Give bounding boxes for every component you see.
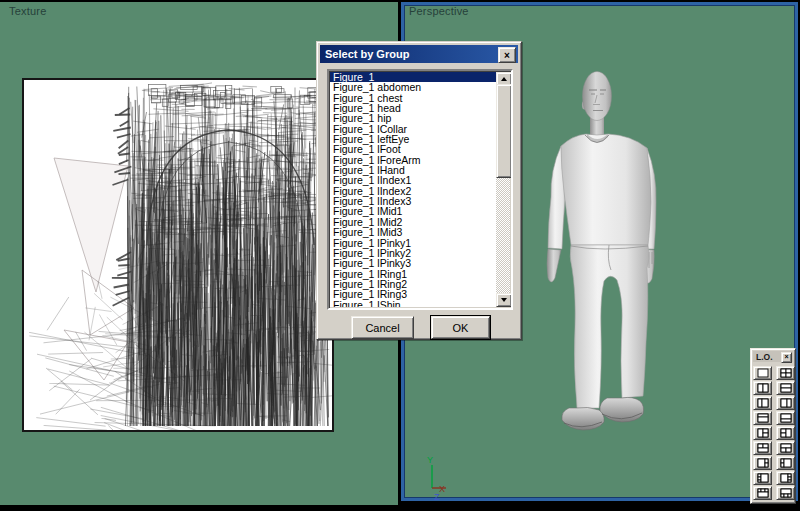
layout-top-row-bottom-cols[interactable] <box>776 441 795 455</box>
layout-palette: L.O. × <box>750 348 796 504</box>
layout-right-strip-cells[interactable] <box>776 471 795 485</box>
layout-left-col-right-split[interactable] <box>753 426 772 440</box>
layout-right-col-left-split[interactable] <box>776 426 795 440</box>
layout-grid <box>751 363 795 498</box>
layout-left-strip-cells[interactable] <box>753 471 772 485</box>
layout-top-strip-cells[interactable] <box>753 486 772 500</box>
layout-cols-narrow-right[interactable] <box>776 396 795 410</box>
layout-left-col-right-split-icon <box>757 428 769 438</box>
human-figure-3d[interactable] <box>547 72 656 431</box>
layout-big-left-right-split-icon <box>757 458 769 468</box>
close-icon[interactable]: × <box>781 352 792 363</box>
scrollbar-thumb[interactable] <box>496 84 512 178</box>
list-item[interactable]: Figure_1 lPinky3 <box>330 258 496 268</box>
layout-quad[interactable] <box>776 366 795 380</box>
ok-button[interactable]: OK <box>431 316 490 339</box>
layout-rows-narrow-bottom[interactable] <box>776 411 795 425</box>
uv-map-canvas[interactable] <box>22 78 334 432</box>
layout-cols-narrow-right-icon <box>780 398 792 408</box>
layout-two-rows[interactable] <box>776 381 795 395</box>
layout-two-rows-icon <box>780 383 792 393</box>
axis-y-label: Y <box>427 455 433 465</box>
layout-top-cols-bottom-row[interactable] <box>753 441 772 455</box>
list-item[interactable]: Figure_1 lRing3 <box>330 289 496 299</box>
layout-big-left-right-split[interactable] <box>753 456 772 470</box>
layout-big-right-left-split[interactable] <box>776 456 795 470</box>
layout-single[interactable] <box>753 366 772 380</box>
layout-bottom-strip-cells[interactable] <box>776 486 795 500</box>
layout-top-row-bottom-cols-icon <box>780 443 792 453</box>
layout-right-col-left-split-icon <box>780 428 792 438</box>
dialog-title: Select by Group <box>325 48 409 60</box>
texture-viewport-label: Texture <box>9 5 46 17</box>
layout-big-right-left-split-icon <box>780 458 792 468</box>
app-window: Texture Perspective <box>0 0 800 511</box>
axis-x-label: X <box>439 484 445 494</box>
layout-left-strip-cells-icon <box>757 473 769 483</box>
layout-two-cols-icon <box>757 383 769 393</box>
layout-cols-narrow-left[interactable] <box>753 396 772 410</box>
layout-bottom-strip-cells-icon <box>780 488 792 498</box>
select-by-group-dialog: Select by Group × Figure_1Figure_1 abdom… <box>316 41 522 340</box>
layout-rows-narrow-top-icon <box>757 413 769 423</box>
dialog-titlebar[interactable]: Select by Group × <box>320 45 518 63</box>
layout-quad-icon <box>780 368 792 378</box>
layout-rows-narrow-top[interactable] <box>753 411 772 425</box>
group-listbox: Figure_1Figure_1 abdomenFigure_1 chestFi… <box>327 69 513 310</box>
layout-cols-narrow-left-icon <box>757 398 769 408</box>
group-list: Figure_1Figure_1 abdomenFigure_1 chestFi… <box>330 72 496 307</box>
palette-titlebar[interactable]: L.O. × <box>753 351 793 362</box>
scroll-down-icon[interactable] <box>496 293 512 307</box>
axis-z-label: Z <box>434 492 440 501</box>
palette-title: L.O. <box>756 352 773 362</box>
cancel-button[interactable]: Cancel <box>351 316 414 339</box>
layout-top-strip-cells-icon <box>757 488 769 498</box>
list-item[interactable]: Figure_1 lShin <box>330 300 496 307</box>
layout-right-strip-cells-icon <box>780 473 792 483</box>
close-icon[interactable]: × <box>498 47 516 63</box>
list-item[interactable]: Figure_1 lMid3 <box>330 227 496 237</box>
layout-rows-narrow-bottom-icon <box>780 413 792 423</box>
layout-top-cols-bottom-row-icon <box>757 443 769 453</box>
layout-single-icon <box>757 368 769 378</box>
uv-wireframe <box>24 80 332 430</box>
layout-two-cols[interactable] <box>753 381 772 395</box>
axis-indicator: Y X Z <box>427 455 446 501</box>
scrollbar[interactable] <box>496 72 510 307</box>
